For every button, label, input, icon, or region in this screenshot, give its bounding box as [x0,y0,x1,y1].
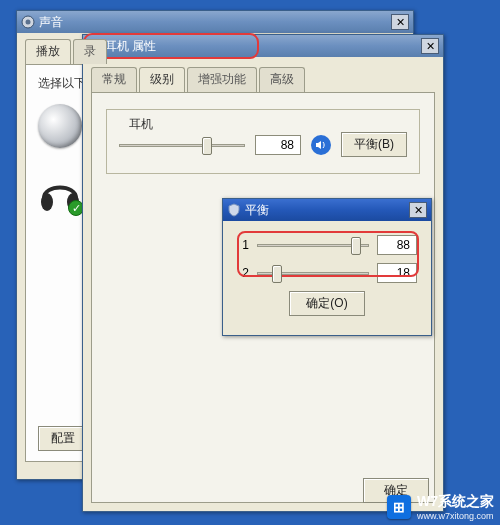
balance-titlebar[interactable]: 平衡 ✕ [223,199,431,221]
headphone-level-group: 耳机 88 平衡(B) [106,109,420,174]
balance-value-2: 18 [377,263,417,283]
balance-slider-1[interactable] [257,236,369,254]
watermark-icon: ⊞ [387,495,411,519]
balance-value-1: 88 [377,235,417,255]
tab-advanced[interactable]: 高级 [259,67,305,92]
balance-dialog: 平衡 ✕ 1 88 2 18 确定(O) [222,198,432,336]
balance-row-1: 1 88 [237,235,417,255]
balance-close-button[interactable]: ✕ [409,202,427,218]
watermark-sub: www.w7xitong.com [417,511,494,521]
speaker-titlebar-icon [21,15,35,29]
props-close-button[interactable]: ✕ [421,38,439,54]
svg-point-2 [41,193,53,211]
props-window-title: 耳机 属性 [105,38,421,55]
sound-close-button[interactable]: ✕ [391,14,409,30]
master-level-slider[interactable] [119,136,245,154]
tab-playback[interactable]: 播放 [25,39,71,64]
balance-ok-button[interactable]: 确定(O) [289,291,364,316]
close-icon: ✕ [414,205,423,216]
shield-icon [227,203,241,217]
tab-enhance[interactable]: 增强功能 [187,67,257,92]
balance-row-2: 2 18 [237,263,417,283]
volume-icon[interactable] [311,135,331,155]
sound-window-title: 声音 [39,14,391,31]
configure-button[interactable]: 配置 [38,426,88,451]
watermark: ⊞ W7系统之家 www.w7xitong.com [387,493,494,521]
close-icon: ✕ [396,17,405,28]
group-label: 耳机 [125,116,157,133]
balance-slider-2[interactable] [257,264,369,282]
balance-title: 平衡 [245,202,409,219]
tab-recording[interactable]: 录 [73,39,107,64]
balance-button[interactable]: 平衡(B) [341,132,407,157]
close-icon: ✕ [426,41,435,52]
master-level-value: 88 [255,135,301,155]
device-headphone-icon[interactable]: ✓ [38,174,82,214]
tab-general[interactable]: 常规 [91,67,137,92]
balance-row-1-label: 1 [237,238,249,252]
props-titlebar[interactable]: 耳机 属性 ✕ [83,35,443,57]
sound-footer: 配置 [38,426,88,451]
balance-row-2-label: 2 [237,266,249,280]
tab-levels[interactable]: 级别 [139,67,185,92]
watermark-text: W7系统之家 [417,493,494,511]
sound-titlebar[interactable]: 声音 ✕ [17,11,413,33]
device-speaker-icon[interactable] [38,104,82,148]
svg-point-1 [26,20,31,25]
